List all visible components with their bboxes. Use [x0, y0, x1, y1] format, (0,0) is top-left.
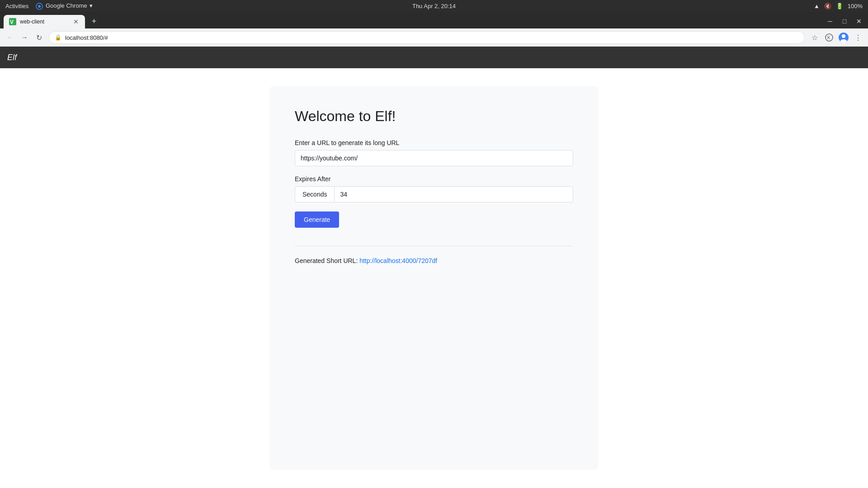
profile-button[interactable]: [837, 31, 850, 44]
main-content: Welcome to Elf! Enter a URL to generate …: [0, 68, 868, 488]
refresh-button[interactable]: ↻: [33, 31, 45, 44]
generate-button[interactable]: Generate: [295, 211, 339, 228]
address-input[interactable]: [65, 34, 799, 41]
back-button[interactable]: ←: [4, 31, 16, 44]
tab-bar: V web-client ✕ + ─ □ ✕: [0, 12, 868, 28]
tab-close-button[interactable]: ✕: [72, 18, 80, 25]
os-topbar-right: ▲ 🔇 🔋 100%: [814, 3, 863, 9]
wifi-icon: ▲: [814, 3, 820, 9]
expires-label: Expires After: [295, 175, 573, 183]
browser-menu[interactable]: Google Chrome ▾: [36, 2, 93, 10]
generated-label: Generated Short URL:: [295, 257, 358, 264]
forward-button[interactable]: →: [18, 31, 31, 44]
new-tab-button[interactable]: +: [88, 15, 100, 28]
seconds-badge: Seconds: [295, 186, 334, 202]
svg-point-7: [842, 34, 845, 38]
main-card: Welcome to Elf! Enter a URL to generate …: [269, 86, 599, 470]
generated-url-link[interactable]: http://localhost:4000/7207df: [359, 257, 437, 264]
svg-point-1: [38, 5, 41, 8]
expires-row: Seconds: [295, 186, 573, 202]
activities-label[interactable]: Activities: [5, 3, 28, 9]
lock-icon: 🔒: [55, 34, 61, 41]
os-topbar: Activities Google Chrome ▾ Thu Apr 2, 20…: [0, 0, 868, 12]
window-controls: ─ □ ✕: [825, 16, 864, 27]
divider: [295, 246, 573, 246]
url-field-label: Enter a URL to generate its long URL: [295, 139, 573, 146]
battery-percent: 100%: [848, 3, 863, 9]
address-bar: ← → ↻ 🔒 ☆ K ⋮: [0, 28, 868, 47]
app-logo: Elf: [7, 53, 17, 62]
chrome-window: V web-client ✕ + ─ □ ✕ ← → ↻ 🔒 ☆ K: [0, 12, 868, 47]
svg-text:K: K: [827, 35, 830, 40]
datetime-display: Thu Apr 2, 20:14: [412, 3, 456, 9]
svg-point-8: [840, 39, 847, 43]
minimize-button[interactable]: ─: [825, 16, 835, 27]
app-header: Elf: [0, 47, 868, 68]
tab-favicon: V: [9, 18, 16, 25]
tab-title: web-client: [20, 19, 69, 25]
extension-button-1[interactable]: K: [823, 31, 835, 44]
close-window-button[interactable]: ✕: [854, 16, 864, 27]
page-title: Welcome to Elf!: [295, 108, 573, 125]
address-bar-actions: ☆ K ⋮: [808, 31, 864, 44]
bookmark-button[interactable]: ☆: [808, 31, 821, 44]
sound-icon: 🔇: [824, 3, 831, 9]
maximize-button[interactable]: □: [839, 16, 850, 27]
address-input-wrapper[interactable]: 🔒: [49, 31, 805, 44]
generated-url-row: Generated Short URL: http://localhost:40…: [295, 257, 573, 264]
os-topbar-left: Activities Google Chrome ▾: [5, 2, 93, 10]
active-tab[interactable]: V web-client ✕: [4, 15, 85, 28]
svg-text:V: V: [10, 19, 14, 25]
browser-name: Google Chrome: [46, 2, 87, 9]
expires-input[interactable]: [334, 186, 573, 202]
url-input[interactable]: [295, 150, 573, 166]
menu-button[interactable]: ⋮: [852, 31, 864, 44]
battery-icon: 🔋: [836, 3, 843, 9]
